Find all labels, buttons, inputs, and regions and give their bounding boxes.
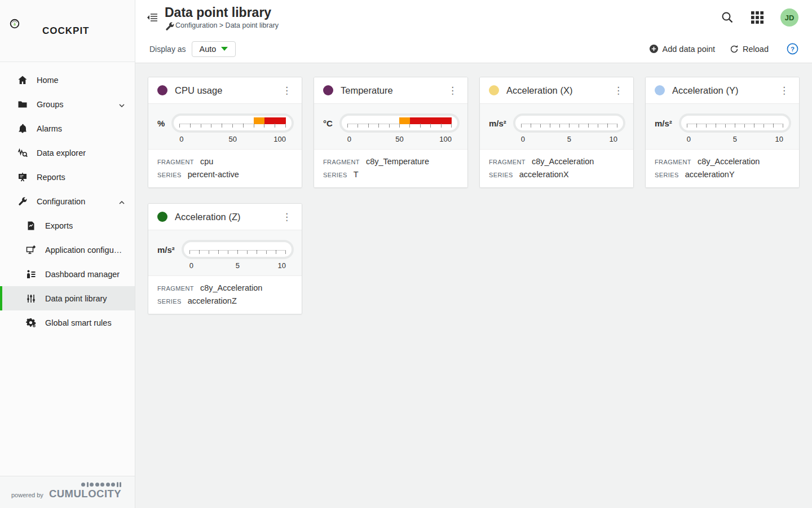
- sidebar-item-groups[interactable]: Groups: [0, 92, 135, 116]
- search-button[interactable]: [721, 11, 734, 24]
- sidebar-item-reports[interactable]: Reports: [0, 165, 135, 189]
- datapoint-color-dot: [655, 85, 665, 95]
- sliders-icon: [26, 294, 36, 304]
- scale-label: 100: [417, 135, 452, 143]
- datapoint-unit: °C: [323, 113, 333, 128]
- fragment-value: c8y_Acceleration: [532, 157, 594, 166]
- sidebar-item-label: Data explorer: [37, 148, 86, 157]
- scale-label: 50: [215, 135, 250, 143]
- chevron-down-icon: [119, 100, 125, 109]
- datapoint-unit: m/s²: [655, 113, 672, 128]
- datapoint-card-footer: FRAGMENT c8y_Temperature SERIES T: [314, 150, 467, 187]
- scale-label: 0: [687, 135, 719, 143]
- datapoint-color-dot: [323, 85, 333, 95]
- sidebar-item-label: Configuration: [37, 197, 85, 206]
- series-row: SERIES accelerationX: [489, 170, 624, 179]
- collapse-navigator-button[interactable]: [144, 10, 160, 25]
- sidebar-item-global-smart-rules[interactable]: Global smart rules: [0, 310, 135, 335]
- add-data-point-button[interactable]: Add data point: [649, 44, 716, 54]
- gauge: 0 5 10: [679, 113, 791, 143]
- app-name: COCKPIT: [42, 25, 90, 37]
- gauge-pill: [339, 113, 460, 133]
- scale-label: 50: [382, 135, 417, 143]
- sidebar-item-data-point-library[interactable]: Data point library: [0, 286, 135, 310]
- sidebar-item-home[interactable]: Home: [0, 68, 135, 92]
- series-key: SERIES: [157, 298, 182, 305]
- gauge-scale-labels: 0 50 100: [179, 135, 286, 143]
- series-key: SERIES: [655, 172, 679, 178]
- folder-icon: [17, 99, 28, 110]
- fragment-value: c8y_Temperature: [366, 157, 429, 166]
- export-document-icon: [26, 221, 36, 231]
- page-header: Data point library Configuration > Data …: [135, 0, 812, 35]
- datapoint-card-header: Acceleration (Y) ⋮: [646, 77, 799, 104]
- sidebar-item-application-configuration[interactable]: Application configuration: [0, 238, 135, 262]
- sidebar-item-dashboard-manager[interactable]: Dashboard manager: [0, 262, 135, 286]
- scale-label: 100: [250, 135, 286, 143]
- reload-icon: [730, 45, 739, 54]
- fragment-value: c8y_Acceleration: [698, 157, 760, 166]
- help-question-icon: ?: [787, 43, 798, 55]
- action-bar: Display as Auto Add data point: [135, 35, 812, 63]
- datapoint-color-dot: [157, 85, 167, 95]
- datapoint-card-header: Acceleration (X) ⋮: [480, 77, 633, 104]
- fragment-key: FRAGMENT: [157, 285, 194, 292]
- gauge-pill: [679, 113, 791, 133]
- app-switcher-button[interactable]: [751, 11, 764, 24]
- gauge-pill: [182, 240, 294, 259]
- gauge-scale-labels: 0 5 10: [189, 261, 286, 270]
- datapoint-card: Acceleration (Y) ⋮ m/s² 0 5 10: [645, 77, 800, 188]
- sidebar-item-exports[interactable]: Exports: [0, 213, 135, 238]
- help-button[interactable]: ?: [787, 43, 798, 55]
- datapoint-title: Acceleration (Z): [175, 212, 240, 222]
- fragment-key: FRAGMENT: [323, 159, 360, 165]
- sidebar-item-label: Groups: [37, 100, 64, 109]
- series-value: percent-active: [188, 170, 239, 179]
- gauge: 0 5 10: [513, 113, 625, 143]
- gauge: 0 5 10: [182, 240, 294, 270]
- kebab-menu-button[interactable]: ⋮: [609, 84, 628, 98]
- fragment-row: FRAGMENT c8y_Acceleration: [157, 283, 293, 292]
- datapoint-card: CPU usage ⋮ % 0 50 100: [148, 77, 302, 188]
- datapoint-title: Acceleration (X): [506, 85, 572, 96]
- sidebar-item-label: Data point library: [45, 294, 107, 303]
- reload-button[interactable]: Reload: [730, 45, 769, 54]
- topbar-actions: JD: [721, 8, 798, 27]
- datapoint-color-dot: [157, 212, 167, 222]
- bell-icon: [17, 124, 28, 134]
- scale-label: 5: [719, 135, 751, 143]
- scale-label: 5: [222, 261, 254, 270]
- kebab-menu-button[interactable]: ⋮: [277, 210, 296, 224]
- datapoint-gauge-section: m/s² 0 5 10: [646, 104, 799, 150]
- series-key: SERIES: [157, 172, 182, 178]
- dashboard-manager-icon: [26, 269, 36, 279]
- sidebar-item-data-explorer[interactable]: Data explorer: [0, 141, 135, 165]
- series-row: SERIES T: [323, 170, 458, 179]
- sidebar-footer: powered by CUMULOCITY: [0, 476, 135, 508]
- search-icon: [721, 11, 734, 24]
- gauge-ticks: [521, 124, 617, 128]
- series-value: accelerationZ: [188, 296, 237, 305]
- sidebar-item-alarms[interactable]: Alarms: [0, 116, 135, 141]
- kebab-menu-button[interactable]: ⋮: [775, 84, 793, 98]
- datapoint-title: CPU usage: [175, 85, 222, 96]
- gauge-scale-labels: 0 5 10: [687, 135, 783, 143]
- sidebar-item-configuration[interactable]: Configuration: [0, 189, 135, 213]
- datapoint-gauge-section: % 0 50 100: [148, 104, 302, 150]
- datapoint-card-header: Acceleration (Z) ⋮: [148, 204, 302, 230]
- display-as-label: Display as: [149, 45, 186, 54]
- gauge-scale-labels: 0 5 10: [521, 135, 617, 143]
- user-avatar[interactable]: JD: [780, 8, 798, 27]
- content-area: CPU usage ⋮ % 0 50 100: [135, 63, 812, 508]
- add-data-point-label: Add data point: [663, 45, 716, 54]
- kebab-menu-button[interactable]: ⋮: [443, 84, 462, 98]
- gauge-ticks: [347, 124, 452, 128]
- main-area: Data point library Configuration > Data …: [135, 0, 812, 508]
- reload-label: Reload: [743, 45, 769, 54]
- display-as-select[interactable]: Auto: [192, 41, 236, 57]
- series-value: T: [354, 170, 359, 179]
- kebab-menu-button[interactable]: ⋮: [277, 84, 296, 98]
- scale-label: 0: [179, 135, 215, 143]
- cumulocity-logo: CUMULOCITY: [49, 482, 121, 500]
- fragment-value: cpu: [200, 157, 213, 166]
